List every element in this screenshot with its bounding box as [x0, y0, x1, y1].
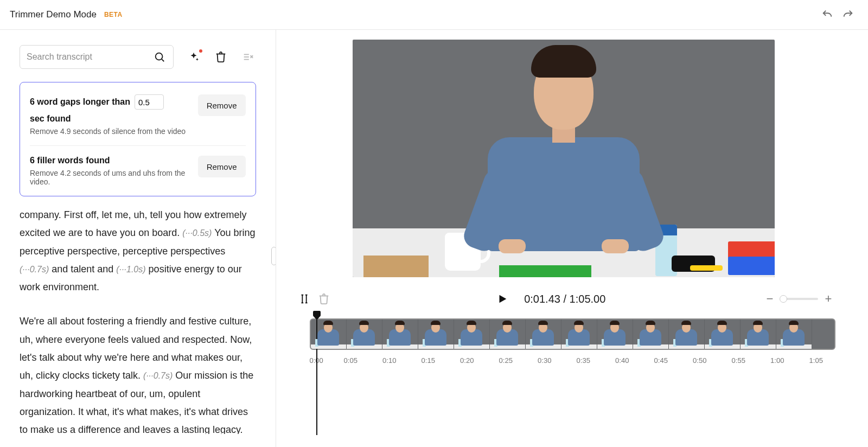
- frame-thumb[interactable]: [597, 320, 633, 349]
- transport-bar: 0:01.43 / 1:05.00 − +: [292, 289, 836, 309]
- transcript-text: company. First off, let me, uh, tell you…: [20, 209, 247, 238]
- tick: 1:05: [797, 356, 836, 365]
- split-clip-button[interactable]: [295, 289, 314, 309]
- redo-button[interactable]: [838, 4, 858, 25]
- transcript-tools: [20, 45, 256, 69]
- zoom-thumb[interactable]: [780, 295, 787, 303]
- tick: 0:25: [487, 356, 526, 365]
- zoom-out-button[interactable]: −: [765, 292, 775, 306]
- filler-words-row: 6 filler words found Remove 4.2 seconds …: [30, 145, 246, 186]
- zoom-slider[interactable]: [780, 298, 818, 300]
- sparkle-icon: [188, 51, 200, 63]
- list-x-icon: [242, 51, 254, 63]
- fillers-title: 6 filler words found: [30, 156, 110, 165]
- frame-thumb[interactable]: [382, 320, 418, 349]
- tick: 1:00: [758, 356, 797, 365]
- gap-marker: (···0.5s): [182, 228, 212, 238]
- gaps-subtitle: Remove 4.9 seconds of silence from the v…: [30, 127, 192, 136]
- frame-thumb[interactable]: [669, 320, 705, 349]
- clear-transcript-button[interactable]: [241, 51, 255, 63]
- transcript-text: and talent and: [52, 264, 116, 274]
- notification-dot: [199, 49, 202, 53]
- redo-icon: [842, 9, 854, 21]
- trash-icon: [215, 51, 227, 63]
- tick: 0:30: [525, 356, 564, 365]
- time-ruler: 0:00 0:05 0:10 0:15 0:20 0:25 0:30 0:35 …: [310, 356, 836, 365]
- gap-marker: (···0.7s): [20, 265, 49, 274]
- play-icon: [496, 293, 508, 305]
- zoom-control: − +: [765, 292, 833, 306]
- transcript-body[interactable]: company. First off, let me, uh, tell you…: [20, 206, 256, 434]
- frame-thumb[interactable]: [705, 320, 741, 349]
- gaps-title-suffix: sec found: [30, 114, 71, 124]
- search-box[interactable]: [20, 45, 174, 69]
- frame-thumb[interactable]: [490, 320, 526, 349]
- smart-edit-button[interactable]: [187, 51, 201, 63]
- search-input[interactable]: [27, 52, 152, 62]
- svg-line-1: [162, 59, 164, 61]
- svg-point-0: [156, 53, 163, 60]
- play-button[interactable]: [493, 289, 512, 309]
- gap-marker: (···1.0s): [116, 265, 145, 274]
- tick: 0:45: [642, 356, 681, 365]
- undo-icon: [821, 9, 833, 21]
- app-title: Trimmer Demo Mode: [10, 9, 97, 20]
- frame-thumb[interactable]: [347, 320, 382, 349]
- timeline[interactable]: 0:00 0:05 0:10 0:15 0:20 0:25 0:30 0:35 …: [292, 318, 836, 365]
- frame-thumb[interactable]: [633, 320, 669, 349]
- video-preview[interactable]: [353, 40, 775, 277]
- tick: 0:05: [331, 356, 371, 365]
- frame-thumb[interactable]: [741, 320, 776, 349]
- time-display: 0:01.43 / 1:05.00: [524, 293, 605, 305]
- fillers-subtitle: Remove 4.2 seconds of ums and uhs from t…: [30, 169, 192, 186]
- svg-marker-7: [500, 295, 507, 303]
- tick: 0:10: [370, 356, 409, 365]
- frame-thumb[interactable]: [526, 320, 561, 349]
- remove-gaps-button[interactable]: Remove: [198, 94, 246, 116]
- remove-fillers-button[interactable]: Remove: [198, 156, 246, 177]
- frame-thumb[interactable]: [311, 320, 347, 349]
- transcript-pane: 6 word gaps longer than sec found Remove…: [0, 30, 276, 447]
- tick: 0:15: [409, 356, 448, 365]
- word-gaps-row: 6 word gaps longer than sec found Remove…: [30, 94, 246, 136]
- frame-thumb[interactable]: [776, 320, 812, 349]
- tick: 0:40: [603, 356, 642, 365]
- gap-marker: (···0.7s): [143, 371, 173, 380]
- tick: 0:00: [310, 356, 331, 365]
- topbar: Trimmer Demo Mode BETA: [0, 0, 868, 30]
- delete-clip-button[interactable]: [314, 289, 334, 309]
- gaps-title-prefix: 6 word gaps longer than: [30, 97, 130, 107]
- smart-edit-panel: 6 word gaps longer than sec found Remove…: [20, 82, 256, 196]
- frame-thumb[interactable]: [454, 320, 490, 349]
- gap-seconds-input[interactable]: [135, 94, 164, 110]
- tick: 0:20: [448, 356, 487, 365]
- tick: 0:35: [564, 356, 603, 365]
- tick: 0:55: [719, 356, 758, 365]
- trash-icon: [318, 293, 330, 305]
- zoom-in-button[interactable]: +: [824, 292, 833, 306]
- frame-thumb[interactable]: [418, 320, 454, 349]
- delete-button[interactable]: [214, 51, 228, 63]
- tick: 0:50: [680, 356, 719, 365]
- beta-badge: BETA: [104, 11, 123, 18]
- search-icon[interactable]: [152, 51, 167, 63]
- filmstrip[interactable]: [310, 318, 836, 350]
- split-icon: [298, 293, 310, 305]
- undo-button[interactable]: [817, 4, 838, 25]
- player-pane: 0:01.43 / 1:05.00 − +: [276, 30, 869, 447]
- scroll-thumb[interactable]: [271, 247, 276, 265]
- frame-thumb[interactable]: [561, 320, 597, 349]
